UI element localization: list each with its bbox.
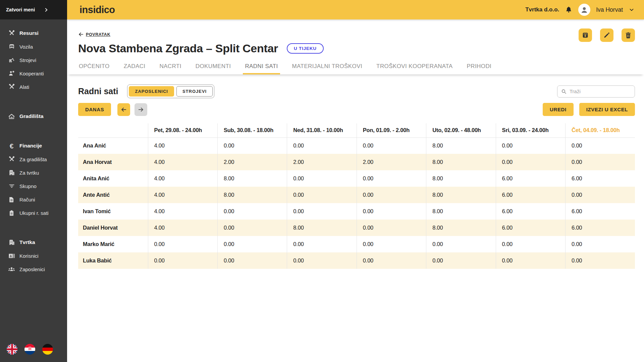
next-week-button[interactable] — [135, 103, 147, 116]
employee-name-cell: Anita Anić — [78, 170, 148, 187]
language-en-button[interactable] — [7, 344, 17, 355]
tab-opcenito[interactable]: OPĆENITO — [78, 61, 110, 74]
sidebar: Zatvori meni ResursiVozilaStrojeviKooper… — [0, 0, 67, 362]
employee-name-cell: Daniel Horvat — [78, 220, 148, 236]
employee-name-cell: Luka Babić — [78, 252, 148, 269]
pencil-icon — [603, 32, 610, 39]
previous-week-button[interactable] — [117, 103, 130, 116]
tab-nacrti[interactable]: NACRTI — [159, 61, 182, 74]
edit-hours-button[interactable]: UREDI — [543, 103, 574, 116]
notifications-bell-icon[interactable] — [565, 6, 573, 14]
hours-cell: 0.00 — [496, 154, 565, 170]
hours-cell: 8.00 — [217, 170, 287, 187]
delete-project-button[interactable] — [622, 28, 635, 42]
section-row: Radni sati ZAPOSLENICI STROJEVI — [78, 84, 635, 98]
table-row: Marko Marić0.000.000.000.000.000.000.00 — [78, 236, 635, 252]
sidebar-group-gradilista: Gradilišta — [0, 110, 67, 123]
worker-gear-icon — [8, 70, 15, 77]
toggle-strojevi-button[interactable]: STROJEVI — [176, 86, 213, 97]
back-link[interactable]: POVRATAK — [78, 32, 110, 37]
toggle-zaposlenici-button[interactable]: ZAPOSLENICI — [129, 86, 174, 97]
car-icon — [8, 43, 15, 50]
hours-cell: 0.00 — [217, 220, 287, 236]
sidebar-item-label: Alati — [19, 84, 29, 90]
sidebar-item-skupno[interactable]: Skupno — [0, 179, 67, 193]
tab-troskovi-kooperanata[interactable]: TROŠKOVI KOOPERANATA — [376, 61, 453, 74]
sidebar-item-kooperanti[interactable]: Kooperanti — [0, 67, 67, 80]
hours-cell: 2.00 — [357, 154, 426, 170]
hours-cell: 4.00 — [148, 187, 217, 203]
hours-cell: 4.00 — [148, 154, 217, 170]
sidebar-item-za-gradilista[interactable]: Za gradilišta — [0, 153, 67, 166]
sidebar-collapse-label: Zatvori meni — [6, 7, 35, 12]
table-row: Ivan Tomić4.000.000.000.008.006.006.00 — [78, 203, 635, 220]
status-badge: U TIJEKU — [287, 43, 324, 54]
search-input[interactable] — [570, 88, 631, 94]
topbar-right: Tvrtka d.o.o. Iva Horvat — [525, 4, 635, 16]
hours-cell: 0.00 — [496, 137, 565, 154]
day-column-header: Pet, 29.08. - 24.00h — [148, 123, 217, 137]
hours-cell: 2.00 — [217, 154, 287, 170]
building-icon — [8, 169, 15, 176]
search-icon — [561, 88, 567, 95]
tab-zadaci[interactable]: ZADACI — [123, 61, 146, 74]
sidebar-item-label: Tvrtka — [19, 239, 35, 245]
flag-uk-icon — [7, 344, 17, 355]
user-avatar[interactable] — [578, 4, 590, 16]
hours-cell: 0.00 — [566, 137, 635, 154]
tab-materijalni-troskovi[interactable]: MATERIJALNI TROŠKOVI — [291, 61, 363, 74]
sidebar-item-strojevi[interactable]: Strojevi — [0, 53, 67, 67]
sidebar-item-resursi[interactable]: Resursi — [0, 26, 67, 40]
chevron-down-icon[interactable] — [629, 7, 635, 13]
employee-column-header — [78, 123, 148, 137]
euro-icon: € — [8, 142, 15, 149]
table-action-buttons: UREDI IZVEZI U EXCEL — [543, 103, 635, 116]
view-toggle: ZAPOSLENICI STROJEVI — [127, 84, 214, 98]
sidebar-item-label: Korisnici — [19, 253, 39, 259]
sidebar-item-racuni[interactable]: Računi — [0, 193, 67, 206]
edit-project-button[interactable] — [600, 28, 613, 42]
today-button[interactable]: DANAS — [78, 103, 111, 116]
hours-cell: 8.00 — [217, 187, 287, 203]
sidebar-item-label: Kooperanti — [19, 71, 44, 76]
hours-cell: 4.00 — [148, 170, 217, 187]
main-content: POVRATAK Nova Stambena Zgrada – Split Ce… — [67, 19, 644, 362]
language-hr-button[interactable] — [24, 344, 35, 355]
sidebar-item-label: Računi — [19, 197, 35, 202]
search-box — [557, 85, 635, 98]
sidebar-item-zaposlenici[interactable]: Zaposlenici — [0, 262, 67, 276]
hours-cell: 8.00 — [426, 154, 496, 170]
hours-cell: 6.00 — [566, 203, 635, 220]
tab-prihodi[interactable]: PRIHODI — [466, 61, 492, 74]
export-excel-button[interactable]: IZVEZI U EXCEL — [579, 103, 635, 116]
sidebar-item-za-tvrtku[interactable]: Za tvrtku — [0, 166, 67, 179]
hours-cell: 2.00 — [287, 154, 357, 170]
hours-cell: 0.00 — [357, 137, 426, 154]
day-column-header: Pon, 01.09. - 2.00h — [357, 123, 426, 137]
employee-name-cell: Ante Antić — [78, 187, 148, 203]
hours-cell: 0.00 — [426, 252, 496, 269]
tabs: OPĆENITOZADACINACRTIDOKUMENTIRADNI SATIM… — [78, 61, 635, 74]
sidebar-item-korisnici[interactable]: Korisnici — [0, 249, 67, 262]
sidebar-group-tvrtka: TvrtkaKorisniciZaposlenici — [0, 236, 67, 276]
sidebar-collapse-button[interactable]: Zatvori meni — [0, 0, 67, 19]
trash-icon — [625, 32, 632, 39]
table-row: Ante Antić4.008.000.000.008.006.000.00 — [78, 187, 635, 203]
sidebar-item-ukupni-r-sati[interactable]: Ukupni r. sati — [0, 206, 67, 220]
building-icon — [8, 239, 15, 246]
sidebar-item-financije[interactable]: €Financije — [0, 139, 67, 153]
hours-cell: 4.00 — [148, 220, 217, 236]
sidebar-group-financije: €FinancijeZa gradilištaZa tvrtkuSkupnoRa… — [0, 139, 67, 220]
sidebar-item-tvrtka[interactable]: Tvrtka — [0, 236, 67, 249]
sidebar-item-vozila[interactable]: Vozila — [0, 40, 67, 53]
archive-download-button[interactable] — [579, 28, 592, 42]
sidebar-item-gradilista[interactable]: Gradilišta — [0, 110, 67, 123]
tab-dokumenti[interactable]: DOKUMENTI — [195, 61, 232, 74]
hours-cell: 0.00 — [357, 252, 426, 269]
hours-cell: 0.00 — [217, 236, 287, 252]
language-de-button[interactable] — [42, 344, 53, 355]
page-title: Nova Stambena Zgrada – Split Centar — [78, 42, 278, 55]
sidebar-item-alati[interactable]: Alati — [0, 80, 67, 94]
tab-radni-sati[interactable]: RADNI SATI — [244, 61, 278, 74]
day-column-header: Ned, 31.08. - 10.00h — [287, 123, 357, 137]
